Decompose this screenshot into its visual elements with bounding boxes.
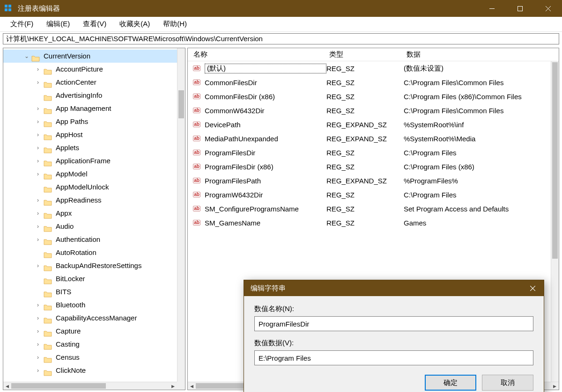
chevron-right-icon[interactable]: ›: [34, 167, 42, 181]
tree-node[interactable]: ›ClickNote: [3, 364, 185, 377]
chevron-right-icon[interactable]: ›: [34, 325, 42, 338]
folder-icon: [44, 289, 52, 296]
ok-button[interactable]: 确定: [425, 375, 476, 391]
header-type[interactable]: 类型: [324, 50, 401, 59]
tree-node[interactable]: ›Appx: [3, 207, 185, 220]
tree-node[interactable]: AppModelUnlock: [3, 181, 185, 194]
chevron-right-icon[interactable]: ▸: [169, 382, 177, 390]
value-type: REG_SZ: [326, 149, 404, 157]
chevron-left-icon[interactable]: ◂: [3, 382, 11, 390]
tree-node[interactable]: ›Bluetooth: [3, 298, 185, 312]
tree-node[interactable]: ›ActionCenter: [3, 76, 185, 89]
folder-icon: [44, 210, 52, 217]
value-row[interactable]: abSM_ConfigureProgramsNameREG_SZSet Prog…: [188, 202, 559, 216]
tree-node[interactable]: ›AppReadiness: [3, 194, 185, 207]
header-name[interactable]: 名称: [188, 50, 324, 59]
chevron-right-icon[interactable]: ›: [34, 298, 42, 312]
menu-help[interactable]: 帮助(H): [156, 18, 193, 30]
chevron-right-icon[interactable]: ›: [34, 63, 42, 76]
value-name-input[interactable]: [254, 316, 533, 331]
chevron-right-icon[interactable]: ›: [34, 312, 42, 325]
tree-node[interactable]: ›Applets: [3, 141, 185, 154]
chevron-right-icon[interactable]: ›: [34, 141, 42, 154]
tree-horizontal-scrollbar[interactable]: ◂ ▸: [3, 382, 177, 390]
value-data: %SystemRoot%\Media: [404, 135, 559, 143]
addressbar: [0, 32, 562, 46]
minimize-button[interactable]: [478, 0, 506, 17]
value-row[interactable]: abProgramFilesDirREG_SZC:\Program Files: [188, 145, 559, 160]
tree-node[interactable]: ›App Management: [3, 102, 185, 115]
tree-node[interactable]: ›Casting: [3, 338, 185, 351]
tree-node[interactable]: ›AppModel: [3, 167, 185, 181]
menu-edit[interactable]: 编辑(E): [40, 18, 76, 30]
tree-node-label: App Management: [56, 102, 111, 115]
tree-node[interactable]: ›ApplicationFrame: [3, 154, 185, 167]
tree-node[interactable]: ›AppHost: [3, 128, 185, 141]
chevron-right-icon[interactable]: ›: [34, 207, 42, 220]
tree-node-currentversion[interactable]: ⌄CurrentVersion: [3, 50, 185, 63]
chevron-down-icon[interactable]: ⌄: [23, 50, 30, 63]
tree-node[interactable]: AdvertisingInfo: [3, 89, 185, 102]
tree-node[interactable]: AutoRotation: [3, 246, 185, 259]
window-title: 注册表编辑器: [18, 4, 60, 13]
maximize-button[interactable]: [506, 0, 534, 17]
value-row[interactable]: abProgramFilesDir (x86)REG_SZC:\Program …: [188, 160, 559, 174]
string-value-icon: ab: [192, 218, 201, 227]
values-vertical-scrollbar[interactable]: [551, 61, 559, 382]
dialog-titlebar[interactable]: 编辑字符串: [244, 280, 544, 296]
tree-vertical-scrollbar[interactable]: [177, 48, 185, 382]
value-data-input[interactable]: [254, 350, 533, 365]
chevron-left-icon[interactable]: ◂: [188, 382, 196, 390]
cancel-button[interactable]: 取消: [482, 375, 533, 391]
value-row[interactable]: abCommonW6432DirREG_SZC:\Program Files\C…: [188, 103, 559, 117]
tree-node[interactable]: ›Authentication: [3, 233, 185, 246]
chevron-right-icon[interactable]: ›: [34, 115, 42, 128]
chevron-right-icon[interactable]: ▸: [551, 382, 559, 390]
chevron-right-icon[interactable]: ›: [34, 364, 42, 377]
chevron-right-icon[interactable]: ›: [34, 220, 42, 233]
tree-node[interactable]: ›App Paths: [3, 115, 185, 128]
chevron-right-icon[interactable]: ›: [34, 259, 42, 272]
folder-icon: [44, 302, 52, 309]
chevron-right-icon[interactable]: ›: [34, 194, 42, 207]
tree-node[interactable]: ›Census: [3, 351, 185, 364]
string-value-icon: ab: [192, 204, 201, 213]
value-row[interactable]: abProgramW6432DirREG_SZC:\Program Files: [188, 188, 559, 202]
chevron-right-icon[interactable]: ›: [34, 128, 42, 141]
menu-favorites[interactable]: 收藏夹(A): [113, 18, 156, 30]
value-row[interactable]: abCommonFilesDirREG_SZC:\Program Files\C…: [188, 75, 559, 89]
tree-node-label: Bluetooth: [56, 298, 85, 312]
tree-node[interactable]: ›Capture: [3, 325, 185, 338]
address-input[interactable]: [3, 33, 559, 44]
close-button[interactable]: [534, 0, 562, 17]
dialog-close-button[interactable]: [521, 280, 544, 296]
chevron-right-icon[interactable]: ›: [34, 102, 42, 115]
tree-node[interactable]: ›CapabilityAccessManager: [3, 312, 185, 325]
tree-node-label: Authentication: [56, 233, 100, 246]
value-row[interactable]: abDevicePathREG_EXPAND_SZ%SystemRoot%\in…: [188, 117, 559, 131]
menu-view[interactable]: 查看(V): [76, 18, 113, 30]
tree-node[interactable]: ›Audio: [3, 220, 185, 233]
chevron-right-icon[interactable]: ›: [34, 76, 42, 89]
value-row[interactable]: abProgramFilesPathREG_EXPAND_SZ%ProgramF…: [188, 174, 559, 188]
tree-node[interactable]: BitLocker: [3, 272, 185, 285]
chevron-right-icon[interactable]: ›: [34, 338, 42, 351]
value-row[interactable]: abSM_GamesNameREG_SZGames: [188, 216, 559, 230]
value-row[interactable]: ab(默认)REG_SZ(数值未设置): [188, 61, 559, 75]
tree-node[interactable]: ›BackupAndRestoreSettings: [3, 259, 185, 272]
value-data: C:\Program Files\Common Files: [404, 107, 559, 115]
values-header[interactable]: 名称 类型 数据: [188, 48, 559, 61]
value-row[interactable]: abCommonFilesDir (x86)REG_SZC:\Program F…: [188, 89, 559, 103]
value-row[interactable]: abMediaPathUnexpandedREG_EXPAND_SZ%Syste…: [188, 131, 559, 145]
header-data[interactable]: 数据: [401, 50, 559, 59]
chevron-right-icon[interactable]: ›: [34, 233, 42, 246]
value-type: REG_SZ: [326, 65, 404, 73]
tree-node[interactable]: BITS: [3, 285, 185, 298]
menu-file[interactable]: 文件(F): [4, 18, 40, 30]
tree-node[interactable]: ›AccountPicture: [3, 63, 185, 76]
value-data: C:\Program Files: [404, 149, 559, 157]
value-name-label: 数值名称(N):: [254, 305, 533, 313]
registry-tree[interactable]: ⌄CurrentVersion›AccountPicture›ActionCen…: [3, 48, 185, 377]
chevron-right-icon[interactable]: ›: [34, 154, 42, 167]
chevron-right-icon[interactable]: ›: [34, 351, 42, 364]
